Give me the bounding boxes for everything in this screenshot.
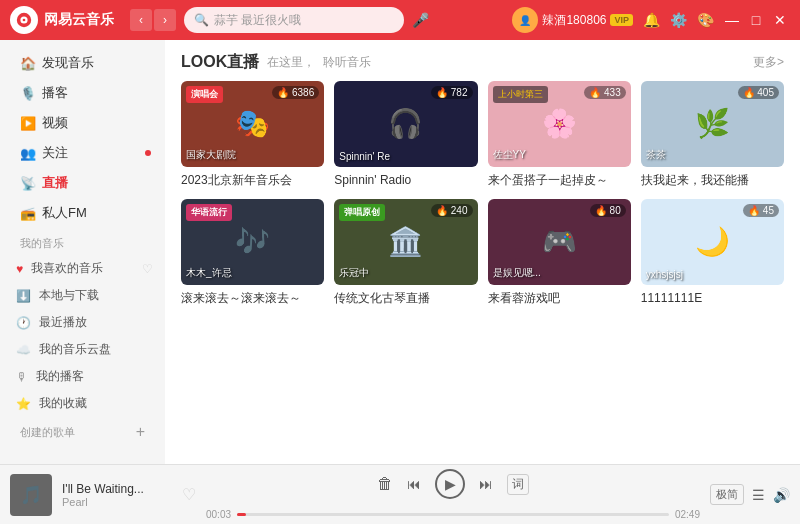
queue-icon[interactable]: ☰: [752, 487, 765, 503]
sidebar-item-recent[interactable]: 🕐 最近播放: [0, 309, 165, 336]
create-playlist-header: 创建的歌单 +: [0, 417, 165, 447]
player-bar: 🎵 I'll Be Waiting... Pearl ♡ 🗑 ⏮ ▶ ⏭ 词 0…: [0, 464, 800, 524]
live-viewers: 🔥 405: [738, 86, 779, 99]
next-button[interactable]: ⏭: [479, 476, 493, 492]
sidebar-item-podcasts2[interactable]: 🎙 我的播客: [0, 363, 165, 390]
podcasts-icon: 🎙️: [20, 86, 36, 101]
live-title: 2023北京新年音乐会: [181, 172, 324, 189]
live-title: 来看蓉游戏吧: [488, 290, 631, 307]
discover-icon: 🏠: [20, 56, 36, 71]
live-host: 木木_许忌: [186, 266, 232, 280]
main-layout: 🏠 发现音乐 🎙️ 播客 ▶️ 视频 👥 关注 📡 直播 📻: [0, 40, 800, 464]
live-card-thumbnail: 🏛️ 弹唱原创 🔥 240 乐冠中: [334, 199, 477, 285]
podcasts2-icon: 🎙: [16, 370, 28, 384]
live-viewers: 🔥 45: [743, 204, 779, 217]
titlebar-right: 👤 辣酒180806 VIP 🔔 ⚙️ 🎨: [512, 7, 714, 33]
live-badge: 弹唱原创: [339, 204, 385, 221]
sidebar-item-live[interactable]: 📡 直播: [0, 168, 165, 198]
nav-buttons: ‹ ›: [130, 9, 176, 31]
live-card[interactable]: 🎮 🔥 80 是娱见嗯... 来看蓉游戏吧: [488, 199, 631, 307]
sidebar-item-private-fm[interactable]: 📻 私人FM: [0, 198, 165, 228]
live-card[interactable]: 🌸 上小时第三 🔥 433 佐尘YY 来个蛋搭子一起掉皮～: [488, 81, 631, 189]
section-sub2: 聆听音乐: [323, 54, 371, 71]
live-host: 佐尘YY: [493, 148, 526, 162]
user-avatar-area: 👤 辣酒180806 VIP: [512, 7, 633, 33]
fm-icon: 📻: [20, 206, 36, 221]
sidebar-item-discover[interactable]: 🏠 发现音乐: [0, 48, 165, 78]
my-music-section-label: 我的音乐: [0, 228, 165, 255]
back-button[interactable]: ‹: [130, 9, 152, 31]
vip-badge: VIP: [610, 14, 633, 26]
prev-button[interactable]: ⏮: [407, 476, 421, 492]
live-card-thumbnail: 🌸 上小时第三 🔥 433 佐尘YY: [488, 81, 631, 167]
svg-point-2: [23, 19, 26, 22]
sidebar-item-follow[interactable]: 👥 关注: [0, 138, 165, 168]
follow-notification-dot: [145, 150, 151, 156]
equalizer-button[interactable]: 极简: [710, 484, 744, 505]
live-host: 是娱见嗯...: [493, 266, 541, 280]
live-card-thumbnail: 🌙 🔥 45 yxhsjsjsj: [641, 199, 784, 285]
sidebar: 🏠 发现音乐 🎙️ 播客 ▶️ 视频 👥 关注 📡 直播 📻: [0, 40, 165, 464]
bell-icon[interactable]: 🔔: [643, 12, 660, 28]
sidebar-item-local-download[interactable]: ⬇️ 本地与下载: [0, 282, 165, 309]
main-content: LOOK直播 在这里， 聆听音乐 更多> 🎭 演唱会 🔥 6386 国家大剧院 …: [165, 40, 800, 464]
player-heart-button[interactable]: ♡: [182, 485, 196, 504]
skin-icon[interactable]: 🎨: [697, 12, 714, 28]
live-card[interactable]: 🎭 演唱会 🔥 6386 国家大剧院 2023北京新年音乐会: [181, 81, 324, 189]
live-card[interactable]: 🎧 🔥 782 Spinnin' Re Spinnin' Radio: [334, 81, 477, 189]
maximize-button[interactable]: □: [746, 12, 766, 28]
live-card-thumbnail: 🎶 华语流行 木木_许忌: [181, 199, 324, 285]
live-title: 滚来滚去～滚来滚去～: [181, 290, 324, 307]
live-card[interactable]: 🏛️ 弹唱原创 🔥 240 乐冠中 传统文化古琴直播: [334, 199, 477, 307]
live-host: Spinnin' Re: [339, 151, 390, 162]
podcasts-label: 播客: [42, 84, 68, 102]
live-title: 传统文化古琴直播: [334, 290, 477, 307]
live-card[interactable]: 🎶 华语流行 木木_许忌 滚来滚去～滚来滚去～: [181, 199, 324, 307]
delete-button[interactable]: 🗑: [377, 475, 393, 493]
live-card[interactable]: 🌙 🔥 45 yxhsjsjsj 11111111E: [641, 199, 784, 307]
mic-icon[interactable]: 🎤: [412, 12, 429, 28]
player-song-name: I'll Be Waiting...: [62, 482, 172, 496]
forward-button[interactable]: ›: [154, 9, 176, 31]
sidebar-item-collection[interactable]: ⭐ 我的收藏: [0, 390, 165, 417]
player-buttons: 🗑 ⏮ ▶ ⏭ 词: [377, 469, 529, 499]
lyrics-button[interactable]: 词: [507, 474, 529, 495]
total-time: 02:49: [675, 509, 700, 520]
podcasts2-label: 我的播客: [36, 368, 84, 385]
live-badge: 华语流行: [186, 204, 232, 221]
player-controls: 🗑 ⏮ ▶ ⏭ 词 00:03 02:49: [206, 469, 700, 520]
add-playlist-button[interactable]: +: [136, 423, 145, 441]
live-card-thumbnail: 🎮 🔥 80 是娱见嗯...: [488, 199, 631, 285]
live-icon: 📡: [20, 176, 36, 191]
cloud-label: 我的音乐云盘: [39, 341, 111, 358]
live-badge: 演唱会: [186, 86, 223, 103]
live-host: 乐冠中: [339, 266, 369, 280]
titlebar: 网易云音乐 ‹ › 🔍 蒜芋 最近很火哦 🎤 👤 辣酒180806 VIP 🔔 …: [0, 0, 800, 40]
sidebar-item-cloud[interactable]: ☁️ 我的音乐云盘: [0, 336, 165, 363]
sidebar-item-podcasts[interactable]: 🎙️ 播客: [0, 78, 165, 108]
section-title: LOOK直播: [181, 52, 259, 73]
app-title: 网易云音乐: [44, 11, 114, 29]
local-download-label: 本地与下载: [39, 287, 99, 304]
play-button[interactable]: ▶: [435, 469, 465, 499]
volume-icon[interactable]: 🔊: [773, 487, 790, 503]
close-button[interactable]: ✕: [770, 12, 790, 28]
settings-icon[interactable]: ⚙️: [670, 12, 687, 28]
live-viewers: 🔥 782: [431, 86, 472, 99]
username: 辣酒180806: [542, 12, 606, 29]
more-link[interactable]: 更多>: [753, 54, 784, 71]
sidebar-item-liked-songs[interactable]: ♥ 我喜欢的音乐 ♡: [0, 255, 165, 282]
heart-icon: ♥: [16, 262, 23, 276]
avatar: 👤: [512, 7, 538, 33]
minimize-button[interactable]: —: [722, 12, 742, 28]
live-card-thumbnail: 🎧 🔥 782 Spinnin' Re: [334, 81, 477, 167]
progress-bar[interactable]: [237, 513, 669, 516]
cloud-icon: ☁️: [16, 343, 31, 357]
app-logo: 网易云音乐: [10, 6, 114, 34]
sidebar-item-video[interactable]: ▶️ 视频: [0, 108, 165, 138]
live-host: 茶茶: [646, 148, 666, 162]
live-card[interactable]: 🌿 🔥 405 茶茶 扶我起来，我还能播: [641, 81, 784, 189]
search-bar[interactable]: 🔍 蒜芋 最近很火哦: [184, 7, 404, 33]
recent-icon: 🕐: [16, 316, 31, 330]
video-label: 视频: [42, 114, 68, 132]
